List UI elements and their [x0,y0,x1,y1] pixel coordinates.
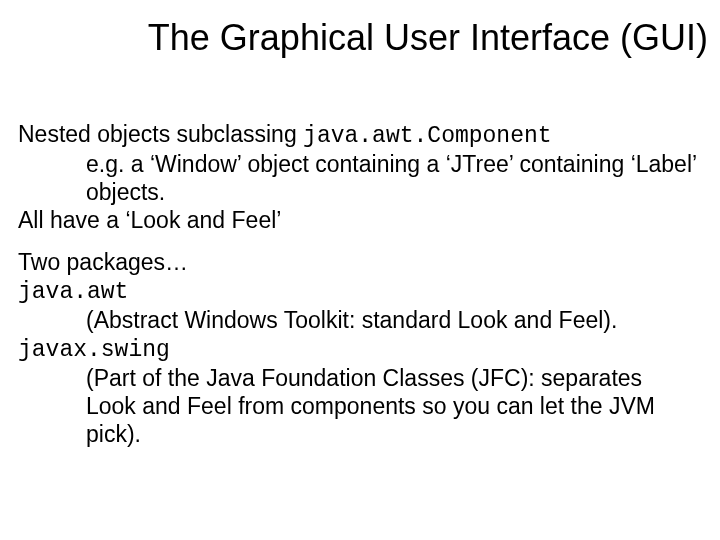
paragraph-2: Two packages… java.awt (Abstract Windows… [18,248,698,448]
pkg1-code: java.awt [18,279,128,305]
pkg2-code: javax.swing [18,337,170,363]
p1-lead-text: Nested objects subclassing [18,121,303,147]
paragraph-1: Nested objects subclassing java.awt.Comp… [18,120,698,234]
p1-code: java.awt.Component [303,123,551,149]
p1-tail-text: All have a ‘Look and Feel’ [18,207,281,233]
pkg2-desc: (Part of the Java Foundation Classes (JF… [18,364,698,448]
pkg1-desc: (Abstract Windows Toolkit: standard Look… [18,306,698,334]
p1-indent-text: e.g. a ‘Window’ object containing a ‘JTr… [18,150,698,206]
slide-title: The Graphical User Interface (GUI) [110,18,708,58]
slide: The Graphical User Interface (GUI) Neste… [0,0,720,540]
slide-body: Nested objects subclassing java.awt.Comp… [18,120,698,463]
p2-lead-text: Two packages… [18,249,188,275]
